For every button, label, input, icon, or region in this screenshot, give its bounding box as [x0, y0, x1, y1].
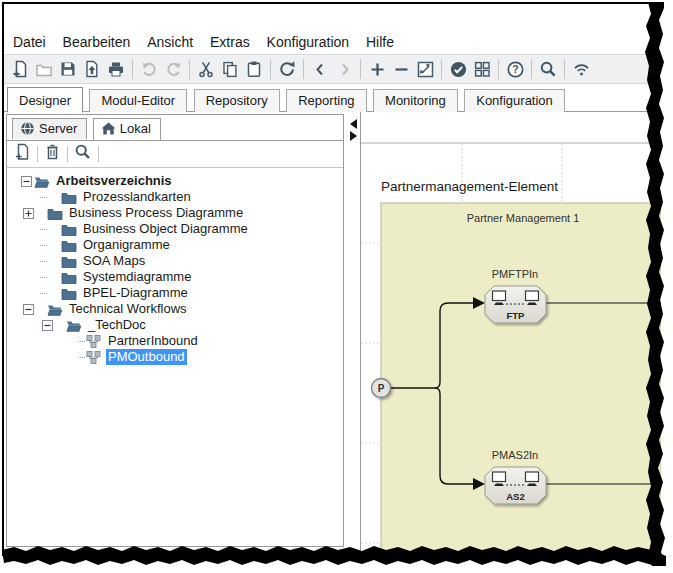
- help-icon[interactable]: ?: [503, 57, 527, 81]
- tab-modul-editor[interactable]: Modul-Editor: [89, 89, 187, 112]
- tree-item[interactable]: Systemdiagramme: [9, 269, 341, 285]
- tree-item[interactable]: PMOutbound: [9, 349, 341, 365]
- tree-item-label: Business Process Diagramme: [67, 205, 245, 221]
- folder-icon: [61, 239, 78, 252]
- tree-item[interactable]: SOA Maps: [9, 253, 341, 269]
- expander-plus-icon[interactable]: [23, 208, 40, 219]
- menu-extras[interactable]: Extras: [210, 30, 250, 54]
- toolbar-separator: [270, 59, 271, 79]
- app-window: Datei Bearbeiten Ansicht Extras Konfigur…: [2, 2, 658, 556]
- print-icon[interactable]: [104, 57, 128, 81]
- toolbar-separator: [98, 146, 99, 162]
- tree-item[interactable]: Prozesslandkarten: [9, 189, 341, 205]
- grid-view-icon[interactable]: [470, 57, 494, 81]
- collapse-right-icon[interactable]: [350, 131, 357, 141]
- explorer-tab-bar: Server Lokal: [7, 115, 343, 141]
- paste-icon[interactable]: [242, 57, 266, 81]
- cut-icon[interactable]: [194, 57, 218, 81]
- tree-item[interactable]: Business Process Diagramme: [9, 205, 341, 221]
- copy-icon[interactable]: [218, 57, 242, 81]
- tree-item-label: Organigramme: [81, 237, 172, 253]
- tab-designer[interactable]: Designer: [7, 87, 83, 113]
- tab-monitoring[interactable]: Monitoring: [373, 89, 458, 112]
- back-icon[interactable]: [308, 57, 332, 81]
- expander-minus-icon[interactable]: [42, 320, 59, 331]
- menu-ansicht[interactable]: Ansicht: [147, 30, 193, 54]
- fit-view-icon[interactable]: [413, 57, 437, 81]
- module-type-label: FTP: [507, 310, 526, 321]
- tab-reporting[interactable]: Reporting: [286, 89, 366, 112]
- tab-repository[interactable]: Repository: [194, 89, 280, 112]
- expander-minus-icon[interactable]: [23, 304, 40, 315]
- collapse-left-icon[interactable]: [350, 119, 357, 129]
- content-area: Server Lokal Arbeitsverzeichnis: [4, 112, 658, 558]
- tree-item[interactable]: Organigramme: [9, 237, 341, 253]
- tab-konfiguration[interactable]: Konfiguration: [464, 89, 565, 112]
- redo-icon[interactable]: [161, 57, 185, 81]
- tab-server[interactable]: Server: [12, 118, 87, 139]
- tree-connector: [40, 229, 47, 230]
- diagram-canvas[interactable]: Partnermanagement-Element Partner Manage…: [360, 112, 661, 558]
- menu-konfiguration[interactable]: Konfiguration: [267, 30, 350, 54]
- new-file-icon[interactable]: [8, 57, 32, 81]
- toolbar-separator: [564, 59, 565, 79]
- refresh-icon[interactable]: [275, 57, 299, 81]
- tree-item-label: Arbeitsverzeichnis: [54, 173, 174, 189]
- import-icon[interactable]: [80, 57, 104, 81]
- delete-icon[interactable]: [44, 143, 61, 165]
- expander-slot: [48, 272, 61, 283]
- tree-item[interactable]: Arbeitsverzeichnis: [9, 173, 341, 189]
- expander-slot: [48, 224, 61, 235]
- validate-icon[interactable]: [446, 57, 470, 81]
- menu-bar: Datei Bearbeiten Ansicht Extras Konfigur…: [4, 30, 658, 54]
- tree-connector: [40, 197, 47, 198]
- toolbar-separator: [303, 59, 304, 79]
- forward-icon[interactable]: [332, 57, 356, 81]
- zoom-out-icon[interactable]: [389, 57, 413, 81]
- start-node[interactable]: P: [372, 379, 391, 398]
- tab-lokal[interactable]: Lokal: [93, 118, 161, 140]
- save-icon[interactable]: [56, 57, 80, 81]
- toolbar-separator: [189, 59, 190, 79]
- new-file-icon[interactable]: [14, 143, 31, 165]
- panel-splitter[interactable]: [345, 112, 360, 558]
- search-icon[interactable]: [74, 143, 92, 165]
- main-toolbar: ?: [4, 54, 658, 84]
- screenshot-stage: Datei Bearbeiten Ansicht Extras Konfigur…: [0, 0, 673, 573]
- workspace-tree: Arbeitsverzeichnis Prozesslandkarten Bus…: [7, 168, 343, 365]
- folder-icon: [61, 271, 78, 284]
- search-icon[interactable]: [536, 57, 560, 81]
- tree-item[interactable]: PartnerInbound: [9, 333, 341, 349]
- folder-icon: [61, 191, 78, 204]
- partner-management-group[interactable]: [381, 203, 661, 558]
- menu-bearbeiten[interactable]: Bearbeiten: [63, 30, 131, 54]
- module-type-label: AS2: [506, 491, 524, 502]
- module-pmas2in[interactable]: AS2: [485, 467, 546, 504]
- explorer-toolbar: [7, 141, 343, 168]
- tab-server-label: Server: [39, 121, 77, 136]
- tree-item[interactable]: BPEL-Diagramme: [9, 285, 341, 301]
- undo-icon[interactable]: [137, 57, 161, 81]
- expander-slot: [48, 288, 61, 299]
- tree-item[interactable]: _TechDoc: [9, 317, 341, 333]
- folder-open-icon: [47, 303, 64, 316]
- toolbar-separator: [37, 146, 38, 162]
- module-pmftpin[interactable]: FTP: [485, 286, 546, 323]
- tree-item-label: SOA Maps: [81, 253, 147, 269]
- expander-slot: [40, 304, 47, 315]
- zoom-in-icon[interactable]: [365, 57, 389, 81]
- tree-item-label: Business Object Diagramme: [81, 221, 250, 237]
- expander-minus-icon[interactable]: [21, 176, 34, 187]
- connection-icon[interactable]: [569, 57, 593, 81]
- group-label: Partner Management 1: [467, 212, 580, 224]
- folder-open-icon: [66, 319, 83, 332]
- folder-icon: [61, 255, 78, 268]
- menu-hilfe[interactable]: Hilfe: [366, 30, 394, 54]
- menu-datei[interactable]: Datei: [13, 30, 46, 54]
- tree-item[interactable]: Technical Workflows: [9, 301, 341, 317]
- diagram-title: Partnermanagement-Element: [381, 179, 558, 194]
- open-folder-icon[interactable]: [32, 57, 56, 81]
- tree-connector: [40, 293, 47, 294]
- tree-item[interactable]: Business Object Diagramme: [9, 221, 341, 237]
- toolbar-separator: [360, 59, 361, 79]
